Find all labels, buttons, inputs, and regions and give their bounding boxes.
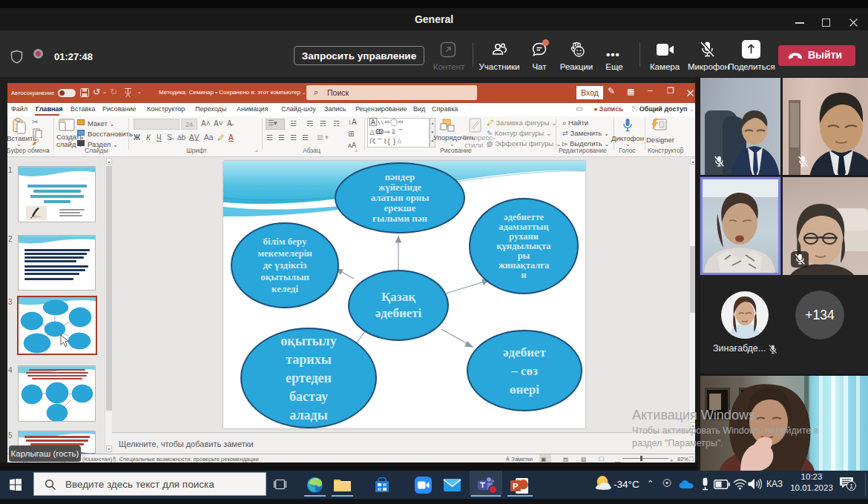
svg-text:P: P: [513, 482, 518, 491]
